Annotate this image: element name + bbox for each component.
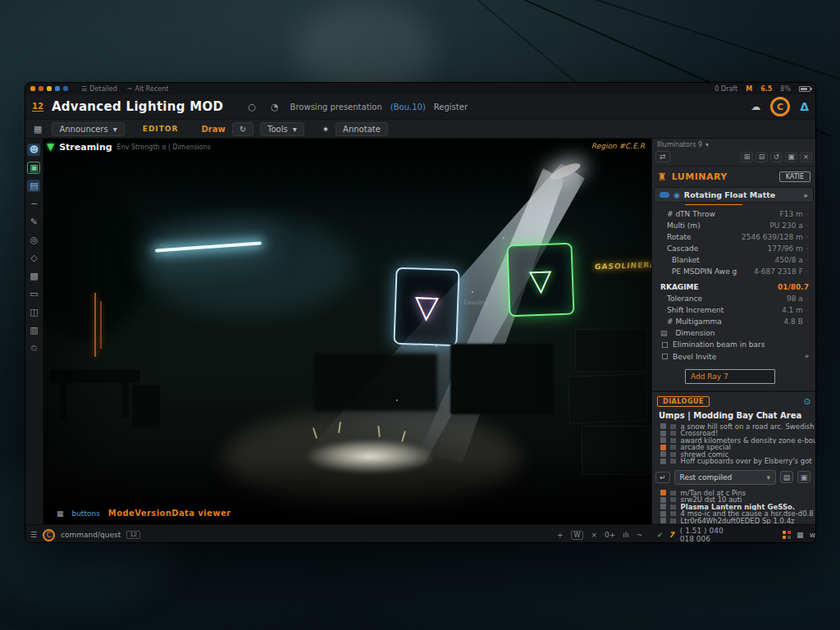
menu-item-detailed[interactable]: ☰ Detailed <box>81 85 117 93</box>
menu-item-recent[interactable]: ~ Alt Recent <box>127 85 169 93</box>
list-icon: ☰ <box>81 85 87 93</box>
window-dot-2[interactable] <box>39 86 43 91</box>
checkbox[interactable] <box>662 342 668 348</box>
cube-tool-icon[interactable]: ▩ <box>27 270 40 282</box>
tab-draw[interactable]: Draw <box>201 125 225 134</box>
log-line[interactable]: ▤ srw2U dst 10 auti <box>652 496 815 503</box>
columns-tool-icon[interactable]: ▥ <box>27 324 40 336</box>
history-icon[interactable]: ○ <box>244 101 259 113</box>
checkbox-row[interactable]: Elimination beam in bars <box>652 339 815 350</box>
sparkle-icon[interactable]: ✶ <box>322 125 329 134</box>
tree-node-label: Rotating Float Matte <box>684 190 775 199</box>
undo-icon[interactable]: ↺ <box>770 152 783 162</box>
layers-tool-icon[interactable]: ▤ <box>27 180 40 192</box>
chat-message[interactable]: ▤ a snow hill soft on a road arc. Swedis… <box>652 423 815 430</box>
app-logo-badge[interactable]: 12 <box>32 102 43 112</box>
avatar[interactable]: C <box>770 97 790 116</box>
property-row[interactable]: Rotate 2546 639/128 m◦ <box>652 231 815 243</box>
tab-tools[interactable]: Tools ▾ <box>260 122 304 136</box>
window-dot-5[interactable] <box>63 86 68 91</box>
chat-message[interactable]: ▤ award kilometers & density zone e-boun… <box>652 437 815 444</box>
property-row[interactable]: Cascade 177/96 m◦ <box>652 243 815 254</box>
log-line[interactable]: ▤ Plasma Lantern night GeSSo. <box>652 504 815 510</box>
info-icon[interactable]: ◔ <box>267 101 282 113</box>
panel-tool-icon[interactable]: ◫ <box>27 306 40 318</box>
add-icon[interactable]: + <box>557 531 564 539</box>
refresh-button[interactable]: ↻ <box>232 122 253 136</box>
toggle-switch[interactable] <box>660 192 669 198</box>
percent-stat: 8% <box>780 85 791 93</box>
chart-icon[interactable]: ılı <box>623 531 629 539</box>
statusbar-center: + W × 0+ ılı ~ <box>557 525 642 543</box>
zoom-in-icon[interactable]: ⊞ <box>741 152 753 162</box>
chat-message[interactable]: ▤ Crossroad! <box>652 430 815 436</box>
zoom-out-icon[interactable]: ⊟ <box>756 152 768 162</box>
dialogue-tag[interactable]: DIALOGUE <box>657 396 710 407</box>
add-ray-button[interactable]: Add Ray 7 <box>685 369 775 384</box>
log-line[interactable]: ▤ Ltr0r64Wh2duft0EDED Sp 1.0.4z <box>652 518 815 524</box>
property-row[interactable]: Shift Increment 4.1 m◦ <box>652 304 815 316</box>
user-tool-icon[interactable]: ☻ <box>27 144 40 156</box>
katie-button[interactable]: KATIE <box>779 171 810 182</box>
copy-button[interactable]: ▣ <box>797 471 810 483</box>
tree-node[interactable]: ◉ Rotating Float Matte ▸ <box>654 187 814 203</box>
annotate-button[interactable]: Annotate <box>336 122 388 136</box>
w-tool-icon[interactable]: W <box>571 531 584 540</box>
window-dot-4[interactable] <box>55 86 60 91</box>
list-icon[interactable]: ☰ <box>30 531 37 539</box>
viewport[interactable]: ▽ ▽ Gasolina GASOLINERA <box>43 139 651 524</box>
tool-rail: ☻ ▣ ▤ ─ ✎ ◎ ◇ ▩ ▭ ◫ ▥ ✩ <box>25 139 43 524</box>
times-icon[interactable]: × <box>591 531 597 539</box>
w-small-icon[interactable]: ᴡ <box>810 531 815 539</box>
minus-tool-icon[interactable]: ─ <box>27 198 40 210</box>
target-icon[interactable]: ⌖ <box>805 352 809 361</box>
star-tool-icon[interactable]: ✩ <box>27 342 40 354</box>
polygon-tool-icon[interactable]: ◇ <box>27 252 40 264</box>
user-label[interactable]: command/quest <box>61 531 121 539</box>
chat-message[interactable]: ▤ Hoff cupboards over by Elsberry's got <box>652 458 815 464</box>
checkbox[interactable] <box>662 354 668 359</box>
pen-tool-icon[interactable]: ✎ <box>27 216 40 228</box>
log-line[interactable]: ▤ 4 mso-ic and the cause a hsr.dse-d0.8 … <box>652 510 815 517</box>
wave-icon[interactable]: ~ <box>637 531 643 539</box>
statusbar-left: ☰ C command/quest 12 <box>30 525 140 543</box>
brand-triangle-icon[interactable]: Δ <box>800 100 809 113</box>
chat-message[interactable]: ▤ shrewd comic <box>652 451 815 458</box>
property-row[interactable]: Multi (m) PU 230 a◦ <box>652 220 815 231</box>
chevron-down-icon[interactable]: ▾ <box>705 141 709 148</box>
property-row[interactable]: Tolerance 98 a◦ <box>652 293 815 304</box>
grid-menu-icon[interactable]: ▦ <box>30 123 45 135</box>
crown-icon: ♜ <box>657 171 667 183</box>
footer-link[interactable]: buttons <box>71 509 99 518</box>
log-line[interactable]: ▤ m/Tan del at c Pins <box>652 490 815 496</box>
header-center-link[interactable]: (Bou.10) <box>390 103 426 112</box>
user-avatar[interactable]: C <box>43 529 55 541</box>
property-row[interactable]: # Multigamma 4.8 B◦ <box>652 316 815 327</box>
checkbox-row[interactable]: Bevel Invite ⌖ <box>652 350 815 363</box>
link-icon[interactable]: ⊙ <box>804 397 810 406</box>
color-grid-icon[interactable] <box>783 531 791 539</box>
ruler-tool-icon[interactable]: ▭ <box>27 288 40 300</box>
frame-icon[interactable]: ▣ <box>785 152 797 162</box>
zero-plus-icon[interactable]: 0+ <box>605 531 615 539</box>
close-icon[interactable]: × <box>800 152 812 162</box>
chat-select[interactable]: Rest compiled ▾ <box>674 470 776 485</box>
camera-tool-icon[interactable]: ▣ <box>27 162 40 174</box>
globe-tool-icon[interactable]: ◎ <box>27 234 40 246</box>
enter-icon[interactable]: ↵ <box>655 472 670 483</box>
property-row[interactable]: # dTN Throw F13 m◦ <box>652 208 815 220</box>
chat-message[interactable]: ▤ arcade special <box>652 444 815 450</box>
stream-badge: ▼ Streaming Env Strength α | Dimensions <box>47 141 211 153</box>
mini-grid-icon[interactable]: ▦ <box>797 531 804 539</box>
chevron-right-icon[interactable]: ▸ <box>804 191 808 199</box>
scene-select[interactable]: Announcers ▾ <box>52 122 124 136</box>
attach-button[interactable]: ▤ <box>780 471 793 483</box>
window-dot-1[interactable] <box>30 86 35 91</box>
property-row[interactable]: PE MSDPIN Awe g 4-687 2318 F◦ <box>652 266 815 277</box>
dimension-row[interactable]: ▤ Dimension <box>652 327 815 339</box>
swap-icon[interactable]: ⇄ <box>655 151 670 162</box>
cloud-icon[interactable]: ☁ <box>751 101 760 112</box>
property-group-row[interactable]: RKAGIME 01/80.7 <box>652 281 815 293</box>
window-dot-3[interactable] <box>47 86 52 91</box>
property-row[interactable]: Blanket 450/8 a◦ <box>652 254 815 266</box>
